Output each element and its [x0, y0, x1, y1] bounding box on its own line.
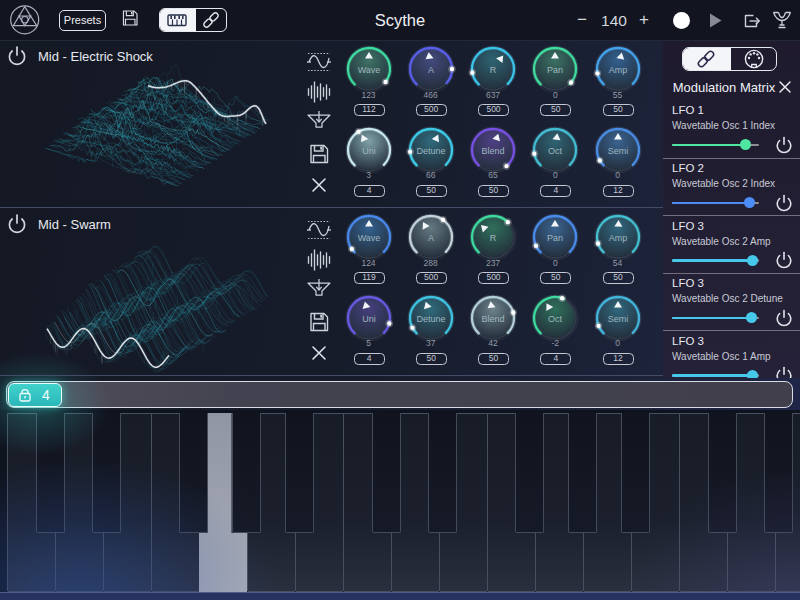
svg-text:Detune: Detune	[416, 146, 445, 156]
svg-text:Detune: Detune	[416, 314, 445, 324]
svg-text:Pan: Pan	[547, 65, 563, 75]
svg-text:R: R	[490, 233, 497, 243]
svg-text:Semi: Semi	[607, 146, 628, 156]
svg-text:Amp: Amp	[608, 233, 627, 243]
svg-text:Uni: Uni	[362, 314, 376, 324]
svg-text:Blend: Blend	[481, 314, 504, 324]
svg-text:Wave: Wave	[357, 233, 380, 243]
svg-text:Uni: Uni	[362, 146, 376, 156]
svg-text:A: A	[428, 65, 434, 75]
svg-text:Pan: Pan	[547, 233, 563, 243]
svg-text:Wave: Wave	[357, 65, 380, 75]
svg-text:Amp: Amp	[608, 65, 627, 75]
svg-text:Blend: Blend	[481, 146, 504, 156]
svg-text:Semi: Semi	[607, 314, 628, 324]
svg-text:Oct: Oct	[548, 146, 563, 156]
svg-text:R: R	[490, 65, 497, 75]
svg-text:Oct: Oct	[548, 314, 563, 324]
svg-text:A: A	[428, 233, 434, 243]
